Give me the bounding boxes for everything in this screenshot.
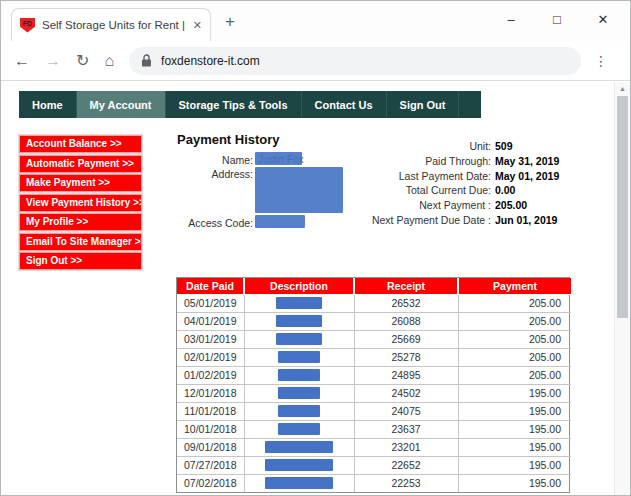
nav-item-contact-us[interactable]: Contact Us [302,91,387,118]
window-controls: – □ ✕ [488,1,626,37]
summary-value: Jun 01, 2019 [495,213,571,228]
description-redaction-box [276,333,322,345]
payment-row: 02/01/201925278205.00 [177,348,571,366]
payment-cell: 205.00 [458,312,571,330]
description-redaction-box [278,387,320,399]
nav-filler [459,91,481,118]
description-cell [244,402,354,420]
summary-row: Unit:509 [329,139,571,154]
description-cell [244,294,354,312]
main-nav: HomeMy AccountStorage Tips & ToolsContac… [19,91,481,118]
description-cell [244,384,354,402]
date-paid-cell: 10/01/2018 [177,420,244,438]
payment-cell: 195.00 [458,438,571,456]
nav-item-storage-tips-tools[interactable]: Storage Tips & Tools [166,91,302,118]
date-paid-cell: 11/01/2018 [177,402,244,420]
summary-value: 509 [495,139,571,154]
payment-row: 07/02/201822253195.00 [177,474,571,492]
description-redaction-box [265,477,333,489]
browser-tab[interactable]: FD Self Storage Units for Rent | 24HR ✕ [11,8,211,41]
sidebar-item-sign-out[interactable]: Sign Out >> [19,252,142,270]
payment-row: 12/01/201824502195.00 [177,384,571,402]
description-cell [244,420,354,438]
scrollbar-thumb[interactable] [617,96,628,318]
summary-label: Next Payment Due Date : [329,213,491,228]
scroll-up-icon[interactable]: ▲ [615,82,630,96]
browser-menu-icon[interactable]: ⋮ [594,53,608,69]
address-bar[interactable]: foxdenstore-it.com [129,47,581,75]
sidebar: Account Balance >>Automatic Payment >>Ma… [19,135,142,272]
nav-item-home[interactable]: Home [19,91,77,118]
payment-cell: 195.00 [458,420,571,438]
nav-item-sign-out[interactable]: Sign Out [387,91,460,118]
summary-value: May 31, 2019 [495,154,571,169]
sidebar-item-automatic-payment[interactable]: Automatic Payment >> [19,155,142,173]
payment-cell: 205.00 [458,366,571,384]
nav-item-my-account[interactable]: My Account [77,91,166,118]
description-redaction-box [278,423,320,435]
access-code-redaction-box [255,215,305,228]
page-scrollbar[interactable]: ▲ [614,82,630,495]
column-header: Description [244,278,354,294]
description-cell [244,438,354,456]
payment-row: 10/01/201823637195.00 [177,420,571,438]
address-label: Address: [151,168,253,180]
column-header: Date Paid [177,278,244,294]
forward-icon[interactable]: → [45,52,61,70]
new-tab-button[interactable]: + [225,12,235,32]
date-paid-cell: 05/01/2019 [177,294,244,312]
home-icon[interactable]: ⌂ [104,52,114,70]
summary-label: Unit: [329,139,491,154]
receipt-cell: 24075 [354,402,458,420]
receipt-cell: 23201 [354,438,458,456]
payment-cell: 205.00 [458,348,571,366]
sidebar-item-make-payment[interactable]: Make Payment >> [19,174,142,192]
date-paid-cell: 01/02/2019 [177,366,244,384]
receipt-cell: 24895 [354,366,458,384]
description-cell [244,474,354,492]
url-text: foxdenstore-it.com [161,54,260,68]
payment-cell: 195.00 [458,474,571,492]
payment-row: 09/01/201823201195.00 [177,438,571,456]
summary-value: 0.00 [495,183,571,198]
payment-cell: 195.00 [458,384,571,402]
sidebar-item-email-to-site-manager[interactable]: Email To Site Manager >> [19,233,142,251]
summary-row: Next Payment Due Date :Jun 01, 2019 [329,213,571,228]
description-cell [244,330,354,348]
back-icon[interactable]: ← [14,52,30,70]
payment-row: 01/02/201924895205.00 [177,366,571,384]
description-redaction-box [278,369,320,381]
column-header: Receipt [354,278,458,294]
favicon-icon: FD [20,18,35,33]
tab-close-icon[interactable]: ✕ [193,19,202,32]
reload-icon[interactable]: ↻ [76,51,89,70]
sidebar-item-view-payment-history[interactable]: View Payment History >> [19,194,142,212]
summary-row: Last Payment Date:May 01, 2019 [329,169,571,184]
minimize-button[interactable]: – [488,12,534,27]
summary-value: 205.00 [495,198,571,213]
date-paid-cell: 09/01/2018 [177,438,244,456]
payment-cell: 205.00 [458,330,571,348]
page-title: Payment History [177,132,280,147]
description-redaction-box [278,405,320,417]
receipt-cell: 24502 [354,384,458,402]
payment-row: 04/01/201926088205.00 [177,312,571,330]
payment-row: 07/27/201822652195.00 [177,456,571,474]
maximize-button[interactable]: □ [534,12,580,27]
payment-row: 05/01/201926532205.00 [177,294,571,312]
summary-row: Total Current Due:0.00 [329,183,571,198]
sidebar-item-account-balance[interactable]: Account Balance >> [19,135,142,153]
description-cell [244,312,354,330]
description-redaction-box [265,441,333,453]
date-paid-cell: 12/01/2018 [177,384,244,402]
summary-row: Next Payment :205.00 [329,198,571,213]
column-header: Payment [458,278,571,294]
description-cell [244,366,354,384]
date-paid-cell: 03/01/2019 [177,330,244,348]
close-button[interactable]: ✕ [580,12,626,27]
name-label: Name: [151,154,253,166]
sidebar-item-my-profile[interactable]: My Profile >> [19,213,142,231]
date-paid-cell: 07/27/2018 [177,456,244,474]
receipt-cell: 23637 [354,420,458,438]
summary-label: Last Payment Date: [329,169,491,184]
